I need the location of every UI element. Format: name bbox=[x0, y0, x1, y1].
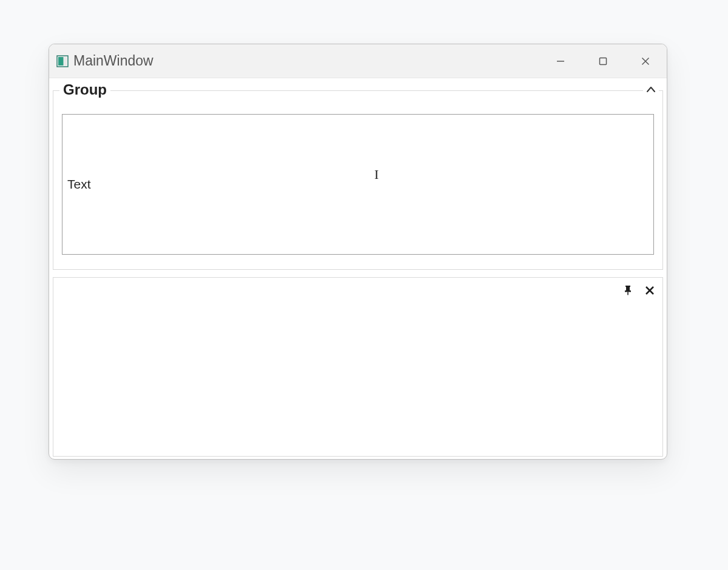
group-box: Group Text I bbox=[53, 90, 663, 270]
svg-rect-1 bbox=[58, 57, 64, 65]
text-cursor-icon: I bbox=[374, 167, 379, 183]
group-header: Group bbox=[59, 81, 659, 98]
svg-rect-7 bbox=[625, 286, 630, 287]
close-button[interactable] bbox=[624, 44, 667, 78]
client-area: Group Text I bbox=[49, 78, 667, 459]
window-controls bbox=[539, 44, 667, 78]
svg-rect-4 bbox=[600, 58, 607, 64]
app-icon bbox=[56, 55, 69, 67]
text-input[interactable]: Text I bbox=[62, 114, 654, 255]
svg-rect-8 bbox=[626, 287, 630, 290]
group-collapse-button[interactable] bbox=[643, 84, 659, 95]
svg-rect-2 bbox=[64, 57, 67, 65]
text-input-value: Text bbox=[67, 177, 91, 192]
svg-rect-9 bbox=[625, 290, 631, 292]
pin-button[interactable] bbox=[621, 284, 635, 297]
title-bar[interactable]: MainWindow bbox=[49, 44, 667, 78]
dock-panel bbox=[53, 277, 663, 457]
close-panel-button[interactable] bbox=[643, 284, 656, 297]
main-window: MainWindow Group bbox=[49, 44, 667, 460]
dock-panel-controls bbox=[621, 284, 656, 297]
minimize-button[interactable] bbox=[539, 44, 582, 78]
maximize-button[interactable] bbox=[582, 44, 624, 78]
group-title: Group bbox=[59, 81, 110, 98]
window-title: MainWindow bbox=[73, 53, 153, 69]
svg-rect-10 bbox=[627, 292, 629, 295]
